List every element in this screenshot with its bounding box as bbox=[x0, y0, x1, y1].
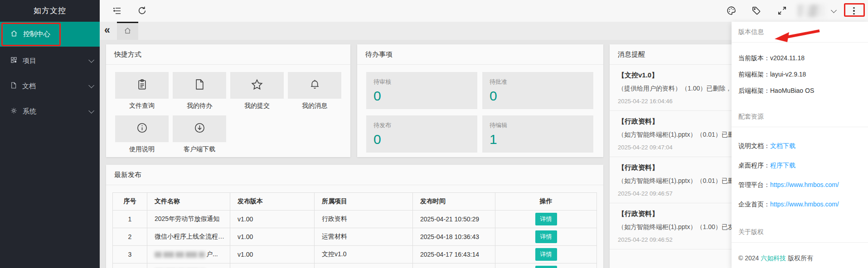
collapse-menu-icon[interactable] bbox=[112, 5, 122, 16]
column-header: 所属项目 bbox=[315, 193, 413, 211]
topbar bbox=[100, 0, 868, 22]
sidebar-item-label: 系统 bbox=[23, 107, 36, 116]
column-header: 发布版本 bbox=[230, 193, 315, 211]
grid-icon bbox=[0, 56, 18, 65]
stat-label: 待批准 bbox=[490, 78, 593, 86]
cell-version: v1.00 bbox=[230, 211, 315, 228]
version-value: HaoMuBiao OS bbox=[770, 87, 814, 94]
shortcut-label: 我的提交 bbox=[230, 102, 284, 110]
latest-releases-table: 序号 文件名称 发布版本 所属项目 发布时间 操作 1 2025年劳动节放假通知… bbox=[112, 192, 597, 268]
version-row-current: 当前版本：v2024.11.18 bbox=[738, 54, 861, 62]
stat-label: 待审核 bbox=[373, 78, 477, 86]
shortcut-my-messages[interactable]: 我的消息 bbox=[288, 72, 341, 110]
info-circle-icon bbox=[136, 122, 148, 136]
tab-home[interactable] bbox=[117, 22, 138, 40]
table-row: 1 2025年劳动节放假通知 v1.00 行政资料 2025-04-21 10:… bbox=[113, 211, 597, 228]
cell-file-name-suffix: 户... bbox=[206, 250, 218, 258]
chevron-down-icon bbox=[831, 7, 837, 13]
bell-icon bbox=[309, 78, 321, 92]
palette-icon[interactable] bbox=[726, 5, 737, 16]
sidebar-item-label: 控制中心 bbox=[23, 30, 50, 38]
section-header-copyright: 关于版权 bbox=[738, 220, 861, 242]
cell-seq: 2 bbox=[113, 228, 147, 246]
cell-project: 文控v1.0 bbox=[315, 246, 413, 263]
more-menu-button[interactable] bbox=[850, 5, 858, 17]
admin-platform-link[interactable]: https://www.hmbos.com/ bbox=[770, 181, 839, 188]
stat-label: 待发布 bbox=[373, 121, 477, 129]
card-title: 最新发布 bbox=[106, 165, 603, 185]
sidebar: 如方文控 控制中心 项目 文档 系统 bbox=[0, 0, 100, 268]
cell-time: 2025-04-21 10:50:29 bbox=[413, 211, 495, 228]
gear-icon bbox=[0, 107, 18, 116]
table-row: 4 果 v1.00 文控v1.0 2025-04-17 16:43:14 详情 bbox=[113, 263, 597, 268]
tabs-collapse-button[interactable]: « bbox=[104, 24, 110, 36]
refresh-icon[interactable] bbox=[137, 5, 148, 16]
sidebar-item-label: 项目 bbox=[23, 57, 36, 65]
cell-file-name: 2025年劳动节放假通知 bbox=[147, 211, 230, 228]
download-circle-icon bbox=[194, 122, 206, 136]
section-header-resources: 配套资源 bbox=[738, 103, 861, 127]
user-avatar[interactable] bbox=[798, 4, 837, 18]
todo-stat-pending-review: 待审核 0 bbox=[366, 72, 477, 109]
sidebar-item-documents[interactable]: 文档 bbox=[0, 76, 100, 96]
shortcut-my-todo[interactable]: 我的待办 bbox=[173, 72, 226, 110]
company-homepage-link[interactable]: https://www.hmbos.com/ bbox=[770, 201, 839, 208]
shortcut-label: 文件查询 bbox=[115, 102, 169, 110]
copyright-line: © 2024 六如科技 版权所有 bbox=[738, 254, 861, 263]
todo-stat-pending-approval: 待批准 0 bbox=[482, 72, 593, 109]
sidebar-item-projects[interactable]: 项目 bbox=[0, 51, 100, 71]
column-header: 发布时间 bbox=[413, 193, 495, 211]
cell-file-name-blurred: 果 bbox=[147, 263, 230, 268]
version-row-frontend: 前端框架：layui-v2.9.18 bbox=[738, 71, 861, 79]
sidebar-item-system[interactable]: 系统 bbox=[0, 101, 100, 121]
cell-file-name: 微信小程序上线全流程… bbox=[147, 228, 230, 246]
stat-value: 0 bbox=[490, 88, 593, 104]
detail-button[interactable]: 详情 bbox=[535, 248, 557, 261]
home-icon bbox=[0, 29, 18, 39]
detail-button[interactable]: 详情 bbox=[535, 266, 557, 268]
column-header: 操作 bbox=[495, 193, 597, 211]
version-info-dropdown: 版本信息 当前版本：v2024.11.18 前端框架：layui-v2.9.18… bbox=[732, 22, 868, 268]
resource-row-admin: 管理平台：https://www.hmbos.com/ bbox=[738, 181, 861, 189]
cell-project: 行政资料 bbox=[315, 211, 413, 228]
doc-download-link[interactable]: 文档下载 bbox=[770, 142, 795, 149]
shortcut-label: 我的消息 bbox=[288, 102, 341, 110]
file-icon bbox=[194, 78, 206, 92]
company-link[interactable]: 六如科技 bbox=[761, 254, 786, 262]
cell-time: 2025-04-18 10:36:43 bbox=[413, 228, 495, 246]
cell-version: v1.00 bbox=[230, 228, 315, 246]
detail-button[interactable]: 详情 bbox=[535, 213, 557, 225]
shortcuts-card: 快捷方式 文件查询 我的待办 我的提交 我的消息 bbox=[106, 44, 350, 157]
cell-file-name-blurred: 户... bbox=[147, 246, 230, 263]
column-header: 文件名称 bbox=[147, 193, 230, 211]
version-value: layui-v2.9.18 bbox=[770, 71, 806, 78]
version-value: v2024.11.18 bbox=[770, 54, 805, 62]
shortcut-file-search[interactable]: 文件查询 bbox=[115, 72, 169, 110]
clipboard-icon bbox=[136, 78, 148, 92]
detail-button[interactable]: 详情 bbox=[535, 230, 557, 243]
sidebar-item-control-center[interactable]: 控制中心 bbox=[0, 22, 100, 47]
shortcut-user-guide[interactable]: 使用说明 bbox=[115, 115, 169, 153]
cell-seq: 1 bbox=[113, 211, 147, 228]
cell-project: 运营材料 bbox=[315, 228, 413, 246]
program-download-link[interactable]: 程序下载 bbox=[770, 162, 795, 169]
table-header-row: 序号 文件名称 发布版本 所属项目 发布时间 操作 bbox=[113, 193, 597, 211]
cell-project: 文控v1.0 bbox=[315, 263, 413, 268]
column-header: 序号 bbox=[113, 193, 147, 211]
home-icon bbox=[123, 26, 132, 37]
shortcut-my-submissions[interactable]: 我的提交 bbox=[230, 72, 284, 110]
chevron-down-icon bbox=[88, 57, 94, 63]
stat-label: 待编辑 bbox=[490, 121, 593, 129]
table-row: 2 微信小程序上线全流程… v1.00 运营材料 2025-04-18 10:3… bbox=[113, 228, 597, 246]
card-title: 快捷方式 bbox=[106, 44, 350, 65]
cell-seq: 4 bbox=[113, 263, 147, 268]
shortcut-label: 我的待办 bbox=[173, 102, 226, 110]
avatar bbox=[798, 5, 825, 17]
file-icon bbox=[0, 81, 17, 91]
stat-value: 1 bbox=[490, 132, 593, 147]
fullscreen-icon[interactable] bbox=[777, 5, 788, 16]
shortcut-client-download[interactable]: 客户端下载 bbox=[173, 115, 226, 153]
cell-seq: 3 bbox=[113, 246, 147, 263]
todo-stat-pending-publish: 待发布 0 bbox=[366, 115, 477, 153]
tag-icon[interactable] bbox=[751, 5, 762, 16]
